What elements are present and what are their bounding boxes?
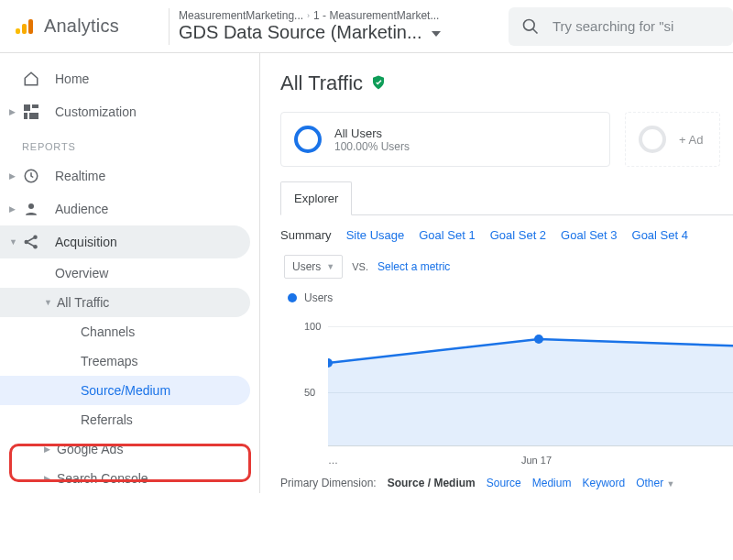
nav-realtime[interactable]: ▶ Realtime [0,159,259,192]
caret-down-icon: ▼ [326,262,334,271]
metric-primary-label: Users [292,260,321,273]
primary-dimension-row: Primary Dimension: Source / Medium Sourc… [280,464,733,489]
y-tick-100: 100 [304,321,321,332]
svg-rect-6 [32,104,38,108]
nav-realtime-label: Realtime [55,169,105,183]
metric-primary-select[interactable]: Users ▼ [284,255,343,279]
x-tick-1: Jun 17 [521,455,552,466]
subtab-goal-1[interactable]: Goal Set 1 [419,228,475,242]
dim-other[interactable]: Other ▼ [636,477,674,489]
svg-line-14 [27,238,34,242]
primary-dimension-label: Primary Dimension: [280,477,377,489]
home-icon [22,70,40,88]
search-icon [521,17,540,36]
subtab-summary[interactable]: Summary [280,228,332,242]
nav-all-traffic-label: All Traffic [57,295,109,310]
search-placeholder: Try searching for "si [552,18,673,34]
caret-down-icon [432,26,441,39]
nav-acquisition[interactable]: ▼ Acquisition [0,225,250,258]
nav-channels[interactable]: Channels [0,317,259,346]
search-input[interactable]: Try searching for "si [509,7,733,46]
x-tick-0: … [328,455,338,466]
tab-explorer[interactable]: Explorer [280,181,352,215]
svg-rect-7 [24,113,27,119]
svg-line-15 [27,243,34,247]
caret-down-icon: ▼ [667,479,675,489]
metric-secondary-select[interactable]: Select a metric [377,260,450,273]
nav-overview[interactable]: Overview [0,258,259,288]
segment-circle-icon [294,126,322,153]
reports-section-label: REPORTS [0,128,259,159]
breadcrumb: MeasurementMarketing... › 1 - Measuremen… [179,9,490,22]
nav-referrals[interactable]: Referrals [0,405,259,434]
legend-users-label: Users [304,291,333,304]
subtab-row: Summary Site Usage Goal Set 1 Goal Set 2… [280,215,733,255]
svg-rect-0 [16,28,20,34]
svg-rect-5 [24,104,30,111]
clock-icon [22,167,40,185]
svg-rect-1 [22,24,27,34]
segment-title: All Users [334,126,410,140]
svg-line-4 [533,28,538,33]
legend-dot-icon [288,293,297,302]
svg-point-17 [534,335,543,344]
nav-source-medium[interactable]: Source/Medium [0,376,250,405]
top-bar: Analytics MeasurementMarketing... › 1 - … [0,0,733,53]
nav-audience-label: Audience [55,202,108,216]
nav-customization[interactable]: ▶ Customization [0,95,259,128]
svg-point-10 [28,203,34,209]
nav-home[interactable]: Home [0,62,259,95]
property-title: GDS Data Source (Marketin... [179,22,422,43]
product-logo-block[interactable]: Analytics [13,16,169,38]
nav-acquisition-label: Acquisition [55,235,117,249]
subtab-site-usage[interactable]: Site Usage [346,228,405,242]
chevron-right-icon: › [307,11,310,20]
nav-google-ads[interactable]: ▶Google Ads [0,434,259,464]
nav-overview-label: Overview [55,266,108,280]
y-tick-50: 50 [304,387,315,398]
nav-treemaps-label: Treemaps [81,354,138,368]
product-name: Analytics [44,16,119,37]
dim-keyword[interactable]: Keyword [582,477,625,489]
breadcrumb-property: 1 - MeasurementMarket... [313,9,439,22]
divider [169,8,170,45]
subtab-goal-3[interactable]: Goal Set 3 [561,228,617,242]
verified-shield-icon [370,74,387,93]
page-title: All Traffic [280,71,363,95]
dim-source-medium[interactable]: Source / Medium [388,477,476,489]
svg-rect-8 [29,113,38,119]
segment-add-label: + Ad [679,133,703,147]
metric-vs-label: VS. [352,261,368,272]
analytics-logo-icon [13,16,35,38]
report-content: All Traffic All Users 100.00% Users + Ad… [260,53,733,560]
nav-google-ads-label: Google Ads [57,442,123,456]
nav-search-console-label: Search Console [57,471,148,486]
nav-referrals-label: Referrals [81,412,133,427]
nav-home-label: Home [55,71,89,86]
property-selector[interactable]: MeasurementMarketing... › 1 - Measuremen… [179,9,490,43]
nav-audience[interactable]: ▶ Audience [0,192,259,225]
dim-medium[interactable]: Medium [532,477,572,489]
segment-all-users[interactable]: All Users 100.00% Users [280,112,610,167]
dashboard-icon [22,103,40,121]
tab-explorer-label: Explorer [294,192,338,205]
nav-channels-label: Channels [81,324,135,339]
segment-add[interactable]: + Ad [625,112,720,167]
line-chart: 100 50 … Jun 17 [288,310,733,464]
svg-rect-2 [28,19,33,34]
subtab-goal-2[interactable]: Goal Set 2 [490,228,546,242]
svg-point-3 [524,19,535,30]
person-icon [22,200,40,218]
explorer-tabbar: Explorer [280,181,733,215]
nav-search-console[interactable]: ▶Search Console [0,464,259,493]
breadcrumb-account: MeasurementMarketing... [179,9,303,22]
sidebar: Home ▶ Customization REPORTS ▶ Realtime … [0,53,260,493]
nav-source-medium-label: Source/Medium [81,383,170,398]
nav-treemaps[interactable]: Treemaps [0,346,259,376]
subtab-goal-4[interactable]: Goal Set 4 [632,228,688,242]
segment-subtitle: 100.00% Users [334,140,410,153]
share-icon [22,233,40,251]
dim-source[interactable]: Source [487,477,521,489]
nav-all-traffic[interactable]: ▼ All Traffic [0,288,250,317]
chart-svg [328,310,733,447]
